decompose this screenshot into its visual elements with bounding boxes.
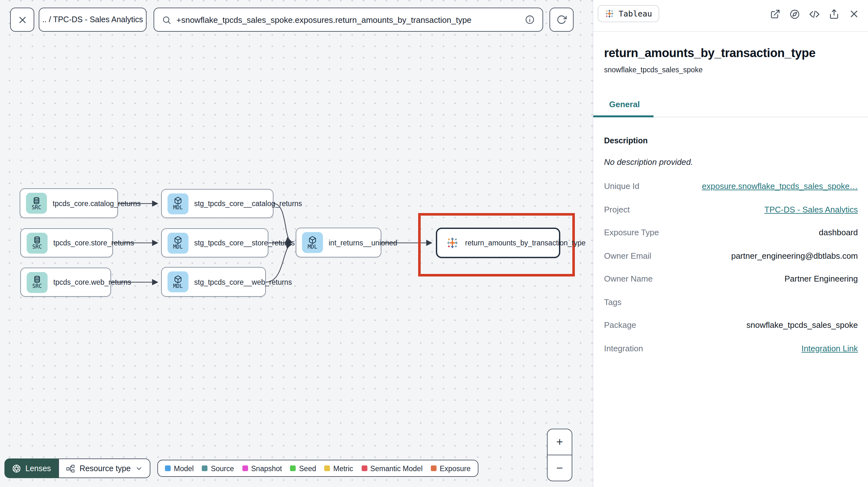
source-icon: SRC <box>27 272 48 293</box>
node-model-stg-store-returns[interactable]: MDL stg_tpcds_core__store_returns <box>161 228 269 257</box>
seed-swatch <box>290 465 296 471</box>
refresh-button[interactable] <box>550 8 574 32</box>
zoom-out-button[interactable]: − <box>548 455 572 481</box>
description-heading: Description <box>604 136 858 145</box>
node-model-stg-catalog-returns[interactable]: MDL stg_tpcds_core__catalog_returns <box>161 189 274 218</box>
page-title: return_amounts_by_transaction_type <box>604 46 858 60</box>
close-icon <box>17 14 28 25</box>
details-panel: Tableau return_amounts_by_transaction_ty… <box>593 0 868 487</box>
node-model-stg-web-returns[interactable]: MDL stg_tpcds_core__web_returns <box>161 267 266 297</box>
integration-link[interactable]: Integration Link <box>801 344 858 353</box>
source-swatch <box>202 465 208 471</box>
source-icon: SRC <box>26 193 47 214</box>
field-row-project: Project TPC-DS - Sales Analytics <box>604 205 858 214</box>
model-swatch <box>165 465 171 471</box>
unique-id-link[interactable]: exposure.snowflake_tpcds_sales_spoke… <box>702 182 858 191</box>
description-empty-text: No description provided. <box>604 157 858 167</box>
exposure-swatch <box>431 465 437 471</box>
node-label: stg_tpcds_core__catalog_returns <box>194 200 302 207</box>
field-row-unique-id: Unique Id exposure.snowflake_tpcds_sales… <box>604 182 858 191</box>
metadata-fields: Unique Id exposure.snowflake_tpcds_sales… <box>604 182 858 353</box>
legend-item-model: Model <box>165 464 194 472</box>
field-row-package: Package snowflake_tpcds_sales_spoke <box>604 321 858 330</box>
node-label: return_amounts_by_transaction_type <box>465 239 586 247</box>
model-icon: MDL <box>167 193 188 214</box>
search-icon <box>162 15 171 24</box>
field-row-owner-email: Owner Email partner_engineering@dbtlabs.… <box>604 252 858 260</box>
breadcrumb-label: .. / TPC-DS - Sales Analytics <box>42 15 143 24</box>
tableau-logo-icon <box>605 9 614 19</box>
tableau-badge: Tableau <box>598 5 659 22</box>
tableau-logo-icon <box>446 236 459 249</box>
panel-tabs: General <box>593 100 868 117</box>
refresh-icon <box>556 14 567 25</box>
model-icon: MDL <box>167 232 188 253</box>
legend-item-source: Source <box>202 464 234 472</box>
close-lineage-button[interactable] <box>10 8 34 32</box>
model-icon: MDL <box>302 232 323 253</box>
node-exposure-return-amounts[interactable]: return_amounts_by_transaction_type <box>436 228 560 258</box>
tab-active-underline <box>593 116 654 117</box>
legend-item-semantic-model: Semantic Model <box>361 464 423 472</box>
lens-controls: Lenses Resource type <box>4 458 150 478</box>
code-icon[interactable] <box>809 8 820 19</box>
tab-general[interactable]: General <box>609 100 640 109</box>
panel-header: Tableau <box>593 0 868 32</box>
aperture-icon <box>12 464 21 473</box>
legend-item-exposure: Exposure <box>431 464 470 472</box>
lineage-compass-icon[interactable] <box>789 8 800 19</box>
node-label: tpcds_core.catalog_returns <box>53 199 141 207</box>
legend-item-seed: Seed <box>290 464 316 472</box>
node-label: tpcds_core.store_returns <box>53 239 134 247</box>
snapshot-swatch <box>242 465 248 471</box>
resource-type-label: Resource type <box>80 464 131 473</box>
info-icon[interactable] <box>525 14 535 25</box>
exposure-type-value: dashboard <box>819 228 858 237</box>
resource-type-icon <box>66 464 75 473</box>
source-icon: SRC <box>27 232 48 253</box>
resource-type-dropdown[interactable]: Resource type <box>59 458 150 478</box>
node-label: tpcds_core.web_returns <box>53 279 131 286</box>
share-icon[interactable] <box>829 8 839 19</box>
legend-item-snapshot: Snapshot <box>242 464 282 472</box>
package-value: snowflake_tpcds_sales_spoke <box>746 321 858 330</box>
node-label: int_returns__unioned <box>329 239 397 246</box>
close-panel-icon[interactable] <box>848 8 860 20</box>
node-source-store-returns[interactable]: SRC tpcds_core.store_returns <box>20 228 113 257</box>
project-link[interactable]: TPC-DS - Sales Analytics <box>764 205 858 214</box>
search-input[interactable] <box>176 15 520 24</box>
lenses-button[interactable]: Lenses <box>4 458 59 478</box>
node-label: stg_tpcds_core__store_returns <box>194 239 295 247</box>
resource-type-legend: Model Source Snapshot Seed Metric Semant… <box>157 460 478 477</box>
lineage-search[interactable] <box>154 8 543 32</box>
field-row-owner-name: Owner Name Partner Engineering <box>604 274 858 284</box>
node-source-web-returns[interactable]: SRC tpcds_core.web_returns <box>20 268 111 297</box>
field-row-exposure-type: Exposure Type dashboard <box>604 228 858 237</box>
field-row-integration: Integration Integration Link <box>604 344 858 353</box>
metric-swatch <box>324 465 330 471</box>
tableau-badge-label: Tableau <box>619 9 652 19</box>
owner-email-value: partner_engineering@dbtlabs.com <box>731 252 858 260</box>
legend-item-metric: Metric <box>324 464 353 472</box>
external-link-icon[interactable] <box>770 8 780 19</box>
node-source-catalog-returns[interactable]: SRC tpcds_core.catalog_returns <box>20 188 118 218</box>
model-icon: MDL <box>167 271 188 292</box>
chevron-down-icon <box>135 464 143 472</box>
field-row-tags: Tags <box>604 298 858 306</box>
node-label: stg_tpcds_core__web_returns <box>194 278 292 286</box>
zoom-in-button[interactable]: + <box>548 429 572 455</box>
semantic-model-swatch <box>361 465 367 471</box>
owner-name-value: Partner Engineering <box>784 274 858 284</box>
breadcrumb[interactable]: .. / TPC-DS - Sales Analytics <box>39 8 147 32</box>
package-subtitle: snowflake_tpcds_sales_spoke <box>604 66 858 73</box>
zoom-controls: + − <box>547 429 572 481</box>
node-model-int-returns-unioned[interactable]: MDL int_returns__unioned <box>296 228 381 257</box>
lineage-canvas[interactable]: SRC tpcds_core.catalog_returns SRC tpcds… <box>0 0 593 487</box>
lenses-label: Lenses <box>25 464 51 473</box>
panel-actions <box>770 8 860 20</box>
